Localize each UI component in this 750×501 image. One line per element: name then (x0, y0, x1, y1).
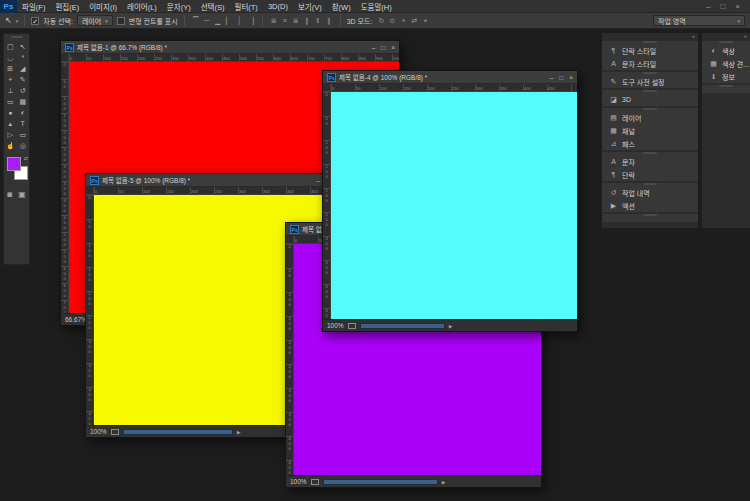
menu-help[interactable]: 도움말(H) (356, 1, 397, 12)
menu-window[interactable]: 창(W) (327, 1, 356, 12)
document-status-icon[interactable] (311, 479, 319, 485)
foreground-color-swatch[interactable] (7, 157, 21, 171)
align-left-edges-icon[interactable]: ▏ (224, 17, 234, 25)
healing-brush-tool[interactable]: + (4, 74, 17, 85)
move-tool-options-icon[interactable]: ↖ (5, 16, 12, 25)
eyedropper-tool[interactable]: ◢ (17, 63, 30, 74)
distribute-left-edges-icon[interactable]: ∥ (302, 17, 312, 25)
history-brush-tool[interactable]: ↺ (17, 85, 30, 96)
tool-preset-caret-icon[interactable]: ▾ (16, 18, 19, 24)
status-options-arrow-icon[interactable]: ▶ (442, 479, 446, 485)
eraser-tool[interactable]: ▭ (4, 96, 17, 107)
clone-stamp-tool[interactable]: ⊥ (4, 85, 17, 96)
distribute-right-edges-icon[interactable]: ∥ (324, 17, 334, 25)
menu-type[interactable]: 문자(Y) (162, 1, 196, 12)
zoom-tool[interactable]: ◎ (17, 140, 30, 151)
zoom-level-field[interactable]: 100% (327, 322, 344, 329)
panel-character[interactable]: A문자 (602, 155, 698, 168)
menu-view[interactable]: 보기(V) (293, 1, 327, 12)
distribute-bottom-edges-icon[interactable]: ≣ (291, 17, 301, 25)
3d-drag-icon[interactable]: + (398, 17, 408, 24)
window-title-bar[interactable]: Ps 제목 없음-1 @ 66.7% (RGB/8) * –□× (61, 41, 399, 54)
dock-collapse-arrows-icon[interactable]: « (702, 33, 750, 40)
menu-image[interactable]: 이미지(I) (84, 1, 122, 12)
align-bottom-edges-icon[interactable]: ▁ (213, 17, 223, 25)
panel-paths[interactable]: ⊿패스 (602, 137, 698, 150)
zoom-level-field[interactable]: 100% (90, 428, 107, 435)
3d-roll-icon[interactable]: ⊙ (387, 17, 397, 25)
menu-edit[interactable]: 편집(E) (50, 1, 84, 12)
distribute-top-edges-icon[interactable]: ≣ (269, 17, 279, 25)
document-status-icon[interactable] (111, 429, 119, 435)
3d-rotate-icon[interactable]: ↻ (376, 17, 386, 25)
panel-info[interactable]: ℹ정보 (702, 70, 750, 83)
menu-file[interactable]: 파일(F) (17, 1, 50, 12)
pen-tool[interactable]: ▴ (4, 118, 17, 129)
distribute-horizontal-centers-icon[interactable]: ‖ (313, 17, 323, 24)
zoom-level-field[interactable]: 100% (290, 478, 307, 485)
swap-colors-icon[interactable]: ⇄ (24, 155, 28, 161)
align-horizontal-centers-icon[interactable]: │ (235, 17, 245, 24)
panel-color[interactable]: ◐색상 (702, 44, 750, 57)
quick-selection-tool[interactable]: * (17, 52, 30, 63)
window-title-bar[interactable]: Ps 제목 없음-5 @ 100% (RGB/8) * –□ (86, 174, 334, 187)
window-button[interactable]: – (372, 44, 376, 51)
distribute-vertical-centers-icon[interactable]: ≡ (280, 17, 290, 24)
panel-actions[interactable]: ▶액션 (602, 199, 698, 212)
lasso-tool[interactable]: ◡ (4, 52, 17, 63)
rectangle-tool[interactable]: ▭ (17, 129, 30, 140)
blur-tool[interactable]: ● (4, 107, 17, 118)
panel-swatches[interactable]: ▦색상 견... (702, 57, 750, 70)
window-title-bar[interactable]: Ps 제목 없음-4 @ 100% (RGB/8) * –□× (323, 71, 577, 84)
quick-mask-mode-button[interactable]: ◙ (7, 190, 12, 199)
transform-controls-checkbox[interactable] (117, 17, 125, 25)
align-right-edges-icon[interactable]: ▕ (246, 17, 256, 25)
move-tool[interactable]: ↖ (17, 41, 30, 52)
hand-tool[interactable]: ☝ (4, 140, 17, 151)
rectangular-marquee-tool[interactable]: ▢ (4, 41, 17, 52)
window-button[interactable]: □ (559, 74, 563, 81)
panel-history[interactable]: ↺작업 내역 (602, 186, 698, 199)
document-status-icon[interactable] (348, 323, 356, 329)
window-button[interactable]: × (569, 74, 573, 81)
panel-3d[interactable]: ◪3D (602, 93, 698, 106)
align-top-edges-icon[interactable]: ▔ (191, 17, 201, 25)
app-window-button[interactable]: □ (720, 2, 725, 11)
crop-tool[interactable]: ⊞ (4, 63, 17, 74)
window-button[interactable]: – (550, 74, 554, 81)
panel-channels[interactable]: ▦채널 (602, 124, 698, 137)
app-window-button[interactable]: × (735, 2, 740, 11)
panel-tool-presets[interactable]: ✎도구 사전 설정 (602, 75, 698, 88)
3d-slide-icon[interactable]: ⇄ (409, 17, 419, 25)
window-button[interactable]: □ (381, 44, 385, 51)
workspace-dropdown[interactable]: 작업 영역 ▾ (653, 15, 745, 26)
canvas-untitled-4[interactable] (331, 92, 577, 319)
status-options-arrow-icon[interactable]: ▶ (449, 323, 453, 329)
menu-layer[interactable]: 레이어(L) (122, 1, 162, 12)
window-button[interactable]: – (316, 177, 320, 184)
menu-3d[interactable]: 3D(D) (263, 2, 293, 11)
screen-mode-button[interactable]: ▣ (18, 190, 26, 199)
panel-layers[interactable]: ▤레이어 (602, 111, 698, 124)
type-tool[interactable]: T (17, 118, 30, 129)
panel-paragraph[interactable]: ¶단락 (602, 168, 698, 181)
panel-paragraph-styles[interactable]: ¶단락 스타일 (602, 44, 698, 57)
status-options-arrow-icon[interactable]: ▶ (237, 429, 241, 435)
gradient-tool[interactable]: ▩ (17, 96, 30, 107)
tools-panel-grip[interactable] (11, 36, 23, 38)
dock-collapse-arrows-icon[interactable]: « (602, 33, 698, 40)
auto-select-target-dropdown[interactable]: 레이어 ▾ (77, 15, 113, 26)
zoom-level-field[interactable]: 66.67% (65, 316, 87, 323)
menu-filter[interactable]: 필터(T) (229, 1, 262, 12)
menu-select[interactable]: 선택(S) (196, 1, 230, 12)
3d-scale-icon[interactable]: ⌖ (420, 17, 430, 25)
dodge-tool[interactable]: ◐ (17, 107, 30, 118)
app-window-button[interactable]: – (706, 2, 710, 11)
brush-tool[interactable]: ✎ (17, 74, 30, 85)
align-vertical-centers-icon[interactable]: ─ (202, 17, 212, 24)
path-selection-tool[interactable]: ▷ (4, 129, 17, 140)
document-window-untitled-4[interactable]: Ps 제목 없음-4 @ 100% (RGB/8) * –□× 05010015… (322, 70, 578, 332)
window-button[interactable]: × (391, 44, 395, 51)
auto-select-checkbox[interactable]: ✓ (31, 17, 39, 25)
panel-character-styles[interactable]: A문자 스타일 (602, 57, 698, 70)
